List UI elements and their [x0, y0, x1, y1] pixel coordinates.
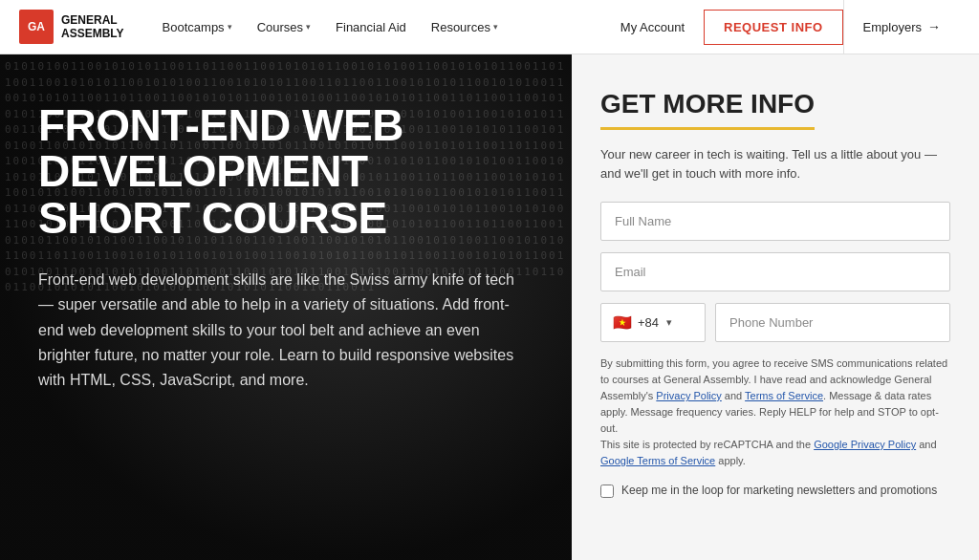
hero-section: 0101010011001010101100110110011001010101…	[0, 54, 572, 560]
full-name-input[interactable]	[600, 202, 950, 241]
my-account-link[interactable]: My Account	[601, 20, 704, 34]
employers-link[interactable]: Employers →	[843, 0, 960, 54]
nav-courses[interactable]: Courses ▾	[248, 14, 320, 40]
header: GA GENERALASSEMBLY Bootcamps ▾ Courses ▾…	[0, 0, 979, 54]
header-right: My Account REQUEST INFO Employers →	[601, 0, 960, 54]
chevron-down-icon: ▾	[666, 316, 672, 329]
nav-financial-aid[interactable]: Financial Aid	[326, 14, 416, 40]
request-info-button[interactable]: REQUEST INFO	[704, 10, 843, 45]
logo[interactable]: GA GENERALASSEMBLY	[19, 10, 124, 44]
arrow-right-icon: →	[927, 19, 941, 34]
main-content: 0101010011001010101100110110011001010101…	[0, 54, 979, 560]
form-subtitle: Your new career in tech is waiting. Tell…	[600, 145, 950, 183]
disclaimer-text: By submitting this form, you agree to re…	[600, 355, 950, 469]
hero-description: Front-end web development skills are lik…	[38, 268, 516, 394]
chevron-down-icon: ▾	[493, 22, 498, 32]
full-name-group	[600, 202, 950, 241]
nav-resources[interactable]: Resources ▾	[422, 14, 508, 40]
logo-icon: GA	[19, 10, 54, 44]
email-group	[600, 252, 950, 291]
nav-bootcamps[interactable]: Bootcamps ▾	[153, 14, 242, 40]
info-form: 🇻🇳 +84 ▾ By submitting this form, you ag…	[600, 202, 950, 499]
google-terms-link[interactable]: Google Terms of Service	[600, 455, 715, 466]
email-input[interactable]	[600, 252, 950, 291]
marketing-checkbox-label: Keep me in the loop for marketing newsle…	[621, 483, 937, 499]
terms-of-service-link[interactable]: Terms of Service	[745, 390, 823, 401]
form-panel: GET MORE INFO Your new career in tech is…	[572, 54, 979, 560]
marketing-checkbox[interactable]	[600, 485, 614, 498]
main-nav: Bootcamps ▾ Courses ▾ Financial Aid Reso…	[153, 14, 508, 40]
phone-input[interactable]	[715, 303, 950, 342]
privacy-policy-link[interactable]: Privacy Policy	[656, 390, 721, 401]
country-flag: 🇻🇳	[613, 313, 632, 332]
phone-group: 🇻🇳 +84 ▾	[600, 303, 950, 342]
chevron-down-icon: ▾	[228, 22, 232, 32]
marketing-checkbox-row: Keep me in the loop for marketing newsle…	[600, 483, 950, 499]
page-title: FRONT-END WEB DEVELOPMENT SHORT COURSE	[38, 102, 524, 241]
country-select[interactable]: 🇻🇳 +84 ▾	[600, 303, 706, 342]
logo-text: GENERALASSEMBLY	[61, 13, 124, 41]
chevron-down-icon: ▾	[306, 22, 311, 32]
form-title: GET MORE INFO	[600, 89, 815, 130]
google-privacy-link[interactable]: Google Privacy Policy	[814, 439, 916, 450]
country-code: +84	[638, 315, 659, 330]
hero-content: FRONT-END WEB DEVELOPMENT SHORT COURSE F…	[38, 102, 524, 394]
